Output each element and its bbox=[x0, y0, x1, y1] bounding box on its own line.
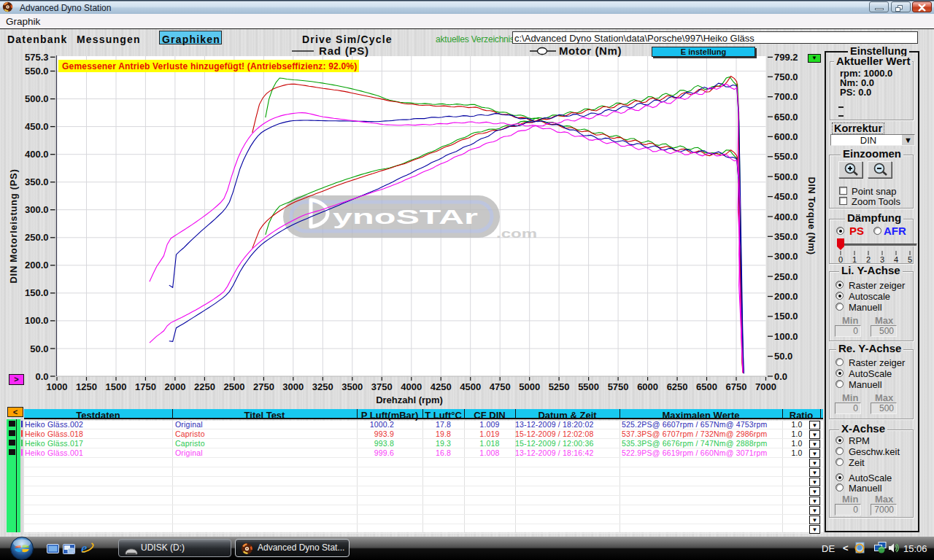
svg-text:500.0: 500.0 bbox=[774, 171, 798, 182]
svg-text:4250: 4250 bbox=[431, 381, 452, 392]
svg-text:700.0: 700.0 bbox=[774, 91, 798, 102]
svg-text:Gemessener Antrieb Verluste hi: Gemessener Antrieb Verluste hinzugefügt!… bbox=[62, 61, 357, 71]
svg-text:150.0: 150.0 bbox=[774, 311, 798, 322]
svg-text:Drehzahl (rpm): Drehzahl (rpm) bbox=[376, 394, 443, 405]
svg-text:550.0: 550.0 bbox=[25, 66, 49, 77]
svg-text:2250: 2250 bbox=[194, 381, 215, 392]
svg-text:5250: 5250 bbox=[549, 381, 570, 392]
svg-text:50.0: 50.0 bbox=[30, 343, 48, 354]
svg-text:100.0: 100.0 bbox=[25, 315, 49, 326]
svg-text:4750: 4750 bbox=[490, 381, 511, 392]
svg-text:500.0: 500.0 bbox=[25, 93, 49, 104]
svg-text:600.0: 600.0 bbox=[774, 131, 798, 142]
svg-text:DIN Torque (Nm): DIN Torque (Nm) bbox=[806, 177, 817, 255]
svg-text:200.0: 200.0 bbox=[774, 291, 798, 302]
svg-text:575.3: 575.3 bbox=[25, 52, 49, 63]
svg-text:350.0: 350.0 bbox=[25, 176, 49, 187]
svg-text:0.0: 0.0 bbox=[774, 371, 787, 382]
svg-text:5750: 5750 bbox=[608, 381, 629, 392]
svg-text:100.0: 100.0 bbox=[774, 331, 798, 342]
svg-text:6750: 6750 bbox=[726, 381, 747, 392]
svg-text:150.0: 150.0 bbox=[25, 287, 49, 298]
svg-text:5500: 5500 bbox=[578, 381, 599, 392]
svg-text:1500: 1500 bbox=[106, 381, 127, 392]
svg-text:250.0: 250.0 bbox=[774, 271, 798, 282]
svg-text:.com: .com bbox=[496, 228, 537, 240]
svg-text:2750: 2750 bbox=[253, 381, 274, 392]
svg-text:Rad (PS): Rad (PS) bbox=[319, 44, 369, 57]
svg-text:350.0: 350.0 bbox=[774, 231, 798, 242]
svg-text:2000: 2000 bbox=[164, 381, 185, 392]
svg-text:3000: 3000 bbox=[282, 381, 304, 392]
svg-text:799.2: 799.2 bbox=[774, 52, 798, 63]
svg-text:1000: 1000 bbox=[47, 381, 68, 392]
svg-text:5000: 5000 bbox=[519, 381, 540, 392]
svg-text:3250: 3250 bbox=[312, 381, 333, 392]
svg-text:3500: 3500 bbox=[341, 381, 363, 392]
svg-text:DIN Motorleistung (PS): DIN Motorleistung (PS) bbox=[8, 169, 19, 284]
svg-text:6250: 6250 bbox=[667, 381, 688, 392]
svg-text:750.0: 750.0 bbox=[774, 71, 798, 82]
svg-text:Motor (Nm): Motor (Nm) bbox=[559, 44, 622, 57]
svg-text:1750: 1750 bbox=[135, 381, 156, 392]
svg-text:e: e bbox=[81, 540, 88, 556]
svg-text:650.0: 650.0 bbox=[774, 112, 798, 122]
svg-text:50.0: 50.0 bbox=[774, 351, 792, 362]
svg-text:400.0: 400.0 bbox=[25, 149, 49, 160]
svg-text:450.0: 450.0 bbox=[25, 121, 49, 132]
svg-text:6500: 6500 bbox=[696, 381, 717, 392]
svg-text:4500: 4500 bbox=[460, 381, 481, 392]
svg-text:450.0: 450.0 bbox=[774, 191, 798, 202]
svg-text:550.0: 550.0 bbox=[774, 151, 798, 162]
svg-text:7000: 7000 bbox=[755, 381, 776, 392]
svg-text:2500: 2500 bbox=[223, 381, 244, 392]
svg-text:4000: 4000 bbox=[401, 381, 422, 392]
svg-text:300.0: 300.0 bbox=[25, 204, 49, 215]
svg-text:200.0: 200.0 bbox=[25, 260, 49, 271]
svg-text:0.0: 0.0 bbox=[35, 371, 48, 382]
svg-text:400.0: 400.0 bbox=[774, 211, 798, 222]
svg-text:300.0: 300.0 bbox=[774, 251, 798, 262]
svg-text:6000: 6000 bbox=[637, 381, 658, 392]
svg-text:3750: 3750 bbox=[371, 381, 393, 392]
svg-text:250.0: 250.0 bbox=[25, 232, 49, 243]
svg-text:ynoSTAr: ynoSTAr bbox=[333, 206, 479, 228]
svg-text:1250: 1250 bbox=[76, 381, 97, 392]
